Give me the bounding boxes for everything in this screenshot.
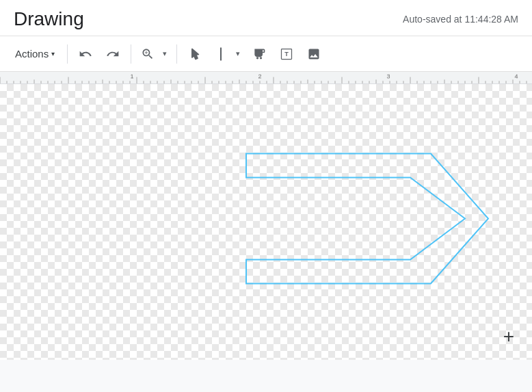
shape-button[interactable] — [247, 43, 271, 65]
svg-point-2 — [260, 57, 262, 59]
actions-caret-icon: ▾ — [51, 50, 55, 57]
zoom-caret-button[interactable]: ▾ — [159, 45, 171, 62]
actions-label: Actions — [15, 48, 49, 60]
svg-text:T: T — [284, 51, 289, 57]
zoom-group: ▾ — [137, 43, 171, 65]
actions-menu-button[interactable]: Actions ▾ — [8, 44, 62, 64]
textbox-button[interactable]: T — [274, 43, 299, 65]
undo-icon — [79, 47, 92, 61]
zoom-icon — [141, 47, 155, 61]
drawing-canvas — [0, 84, 532, 360]
divider-3 — [176, 44, 177, 64]
line-caret-icon: ▾ — [236, 49, 240, 58]
divider-2 — [131, 44, 131, 64]
undo-button[interactable] — [73, 43, 98, 65]
divider-1 — [67, 44, 68, 64]
autosave-status: Auto-saved at 11:44:28 AM — [403, 14, 518, 25]
line-tool-button[interactable] — [210, 43, 232, 65]
image-button[interactable] — [302, 43, 326, 65]
select-button[interactable] — [183, 43, 207, 65]
document-title: Drawing — [14, 8, 84, 30]
arrow-shape[interactable] — [246, 154, 488, 284]
ruler-canvas — [0, 72, 532, 83]
plus-button[interactable]: + — [496, 324, 521, 349]
redo-icon — [106, 47, 120, 61]
select-icon — [188, 47, 202, 61]
header: Drawing Auto-saved at 11:44:28 AM — [0, 0, 532, 36]
svg-line-0 — [215, 47, 228, 60]
ruler — [0, 72, 532, 84]
image-icon — [307, 47, 321, 61]
line-caret-button[interactable]: ▾ — [232, 45, 244, 62]
line-tool-group: ▾ — [210, 43, 244, 65]
svg-point-1 — [256, 57, 258, 59]
shape-icon — [252, 47, 266, 61]
toolbar: Actions ▾ ▾ ▾ — [0, 36, 532, 72]
canvas-area[interactable]: + — [0, 84, 532, 360]
zoom-caret-icon: ▾ — [163, 49, 167, 58]
line-icon — [211, 44, 230, 63]
textbox-icon: T — [280, 47, 293, 61]
redo-button[interactable] — [101, 43, 125, 65]
zoom-button[interactable] — [137, 43, 159, 65]
